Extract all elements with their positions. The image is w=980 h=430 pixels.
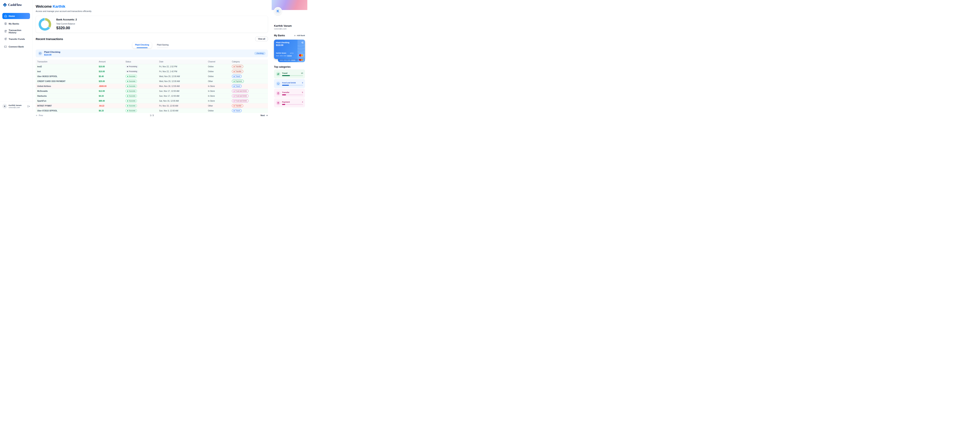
tab-label: Plaid Saving xyxy=(157,44,169,46)
sidebar-item-transfer-funds[interactable]: Transfer Funds xyxy=(2,36,30,42)
monitor-icon xyxy=(276,82,280,86)
status-badge: Success xyxy=(126,99,137,102)
tab-plaid-saving[interactable]: Plaid Saving xyxy=(154,42,171,48)
tab-plaid-checking[interactable]: Plaid Checking xyxy=(132,42,152,48)
transaction-date: Fri, Nov 22, 1:42 PM xyxy=(158,69,207,74)
shopping-bag-icon xyxy=(276,101,280,105)
transaction-amount: $4.33 xyxy=(99,95,104,97)
transaction-name: Starbucks xyxy=(36,94,97,99)
transaction-name: United Airlines xyxy=(36,84,97,89)
view-all-button[interactable]: View all xyxy=(255,37,268,41)
tab-underline xyxy=(157,48,168,48)
transaction-channel: Online xyxy=(207,74,230,79)
status-dot-icon xyxy=(127,76,128,77)
user-email: cvxvcv@1.com xyxy=(9,107,22,109)
shopping-bag-icon xyxy=(276,91,280,96)
status-badge: Success xyxy=(126,94,137,98)
category-count: 9 xyxy=(302,82,303,84)
sidebar-item-transaction-history[interactable]: Transaction History xyxy=(2,28,30,34)
logout-icon[interactable] xyxy=(27,105,30,108)
sidebar-nav: Home My Banks Transaction History Transf… xyxy=(2,13,30,50)
sidebar-item-label: My Banks xyxy=(9,22,19,25)
sidebar-item-my-banks[interactable]: My Banks xyxy=(2,21,30,27)
transaction-channel: Online xyxy=(207,69,230,74)
balance-donut-chart xyxy=(38,18,51,30)
tab-underline xyxy=(137,48,148,48)
sidebar-item-home[interactable]: Home xyxy=(2,13,30,19)
transaction-channel: Other xyxy=(207,103,230,108)
plus-icon xyxy=(294,35,296,37)
contactless-icon xyxy=(301,41,304,45)
account-type-badge: checking xyxy=(254,52,266,55)
transaction-name: Uber 063015 SFPOOL xyxy=(36,74,97,79)
add-bank-button[interactable]: Add Bank xyxy=(294,35,305,37)
transaction-amount: $6.33 xyxy=(99,110,104,111)
bank-accounts-count: Bank Accounts: 2 xyxy=(56,18,77,21)
col-status: Status xyxy=(124,59,158,64)
category-dot-icon xyxy=(234,81,235,82)
transaction-channel: In Store xyxy=(207,84,230,89)
transactions-tbody: test2$10.00ProcessingFri, Nov 22, 1:52 P… xyxy=(36,64,268,111)
status-dot-icon xyxy=(127,106,128,106)
category-card-travel: Travel10 xyxy=(274,69,305,78)
account-balance: $110.00 xyxy=(44,54,60,56)
table-row: test2$10.00ProcessingFri, Nov 22, 1:52 P… xyxy=(36,64,268,69)
mastercard-icon xyxy=(299,54,304,57)
category-dot-icon xyxy=(234,110,235,111)
card-balance: $110.00 xyxy=(276,44,283,46)
category-badge: Transfer xyxy=(232,65,243,68)
card-number-masked: •••• •••• •••• 0000 xyxy=(276,55,292,57)
transaction-channel: Other xyxy=(207,79,230,84)
app-logo[interactable]: CashFlow xyxy=(2,2,30,8)
transaction-amount: $10.00 xyxy=(99,66,105,68)
transaction-amount: -$500.00 xyxy=(99,85,107,87)
main-content: Welcome Karthik Access and manage your a… xyxy=(33,0,272,110)
status-dot-icon xyxy=(127,91,128,92)
profile-email: cvxvcv@1.com xyxy=(274,28,286,30)
category-badge: Food and Drink xyxy=(232,94,248,98)
category-dot-icon xyxy=(234,66,235,67)
category-label: Transfer xyxy=(282,91,290,93)
table-row: Starbucks$4.33SuccessSun, Nov 17, 12:00 … xyxy=(36,94,268,99)
tab-label: Plaid Checking xyxy=(135,44,149,46)
transaction-amount: $10.00 xyxy=(99,70,105,73)
category-card-payment: Payment4 xyxy=(274,98,305,107)
sidebar-item-label: Transfer Funds xyxy=(9,38,25,40)
category-dot-icon xyxy=(234,91,235,92)
category-progress xyxy=(282,75,290,76)
table-row: INTRST PYMNT-$4.22SuccessFri, Nov 15, 12… xyxy=(36,103,268,108)
table-row: Uber 072515 SFPOOL$6.33SuccessSun, Nov 3… xyxy=(36,108,268,111)
status-badge: Success xyxy=(126,109,137,110)
col-channel: Channel xyxy=(207,59,230,64)
sidebar-item-label: Home xyxy=(9,15,15,17)
bank-card-primary[interactable]: Plaid Checking $110.00 Karthik Vanam •• … xyxy=(274,40,305,59)
sidebar-item-label: Connect Bank xyxy=(9,45,24,48)
status-badge: Success xyxy=(126,104,137,107)
transaction-amount: $5.40 xyxy=(99,75,104,77)
status-dot-icon xyxy=(127,101,128,101)
status-dot-icon xyxy=(127,81,128,82)
transaction-name: INTRST PYMNT xyxy=(36,103,97,108)
greeting-text: Welcome xyxy=(36,4,52,8)
top-categories-list: Travel10 Food and Drink9 Transfer5 xyxy=(274,69,305,107)
transaction-name: Uber 072515 SFPOOL xyxy=(36,108,97,111)
category-progress xyxy=(282,94,286,95)
status-badge: Success xyxy=(126,90,137,93)
category-badge: Food and Drink xyxy=(232,99,248,102)
profile-avatar: K xyxy=(274,7,282,15)
sidebar-item-connect-bank[interactable]: Connect Bank xyxy=(2,43,30,50)
cashflow-logo-icon xyxy=(3,3,7,7)
coins-icon xyxy=(276,72,280,76)
transaction-amount: $25.00 xyxy=(99,80,105,82)
transaction-channel: Online xyxy=(207,64,230,69)
category-dot-icon xyxy=(234,96,235,96)
col-amount: Amount xyxy=(97,59,124,64)
status-badge: Success xyxy=(126,85,137,88)
status-badge: Success xyxy=(126,80,137,83)
table-row: Uber 063015 SFPOOL$5.40SuccessWed, Nov 2… xyxy=(36,74,268,79)
add-bank-label: Add Bank xyxy=(297,35,305,37)
balance-summary-card: Bank Accounts: 2 Total Current Balance $… xyxy=(36,16,268,33)
category-badge: Food and Drink xyxy=(232,90,248,93)
status-dot-icon xyxy=(127,66,128,67)
right-panel: K Karthik Vanam cvxvcv@1.com My Banks Ad… xyxy=(272,0,307,110)
